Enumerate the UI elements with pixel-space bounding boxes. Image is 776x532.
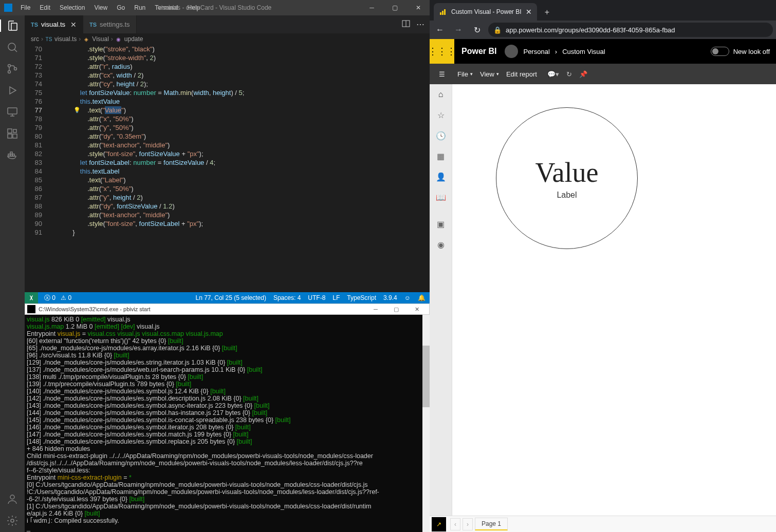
cursor-position[interactable]: Ln 77, Col 25 (5 selected) xyxy=(196,294,266,301)
menu-go[interactable]: Go xyxy=(113,2,129,13)
tab-close-icon[interactable]: ✕ xyxy=(70,21,77,29)
home-icon[interactable]: ⌂ xyxy=(436,89,446,100)
split-editor-icon[interactable] xyxy=(402,20,410,29)
breadcrumb-folder[interactable]: src xyxy=(31,35,39,43)
circle-card-visual[interactable]: Value Label xyxy=(496,107,638,249)
page-tab[interactable]: Page 1 xyxy=(475,518,508,530)
svg-rect-18 xyxy=(444,9,446,15)
powerbi-header: ⋮⋮⋮ Power BI Personal › Custom Visual Ne… xyxy=(430,39,776,64)
workspaces-icon[interactable]: ▣ xyxy=(436,219,446,229)
tab-close-icon[interactable]: ✕ xyxy=(526,8,532,16)
recent-icon[interactable]: 🕓 xyxy=(436,130,446,141)
report-name[interactable]: Custom Visual xyxy=(562,48,605,55)
nav-reload-button[interactable]: ↻ xyxy=(470,23,484,37)
breadcrumb-method[interactable]: update xyxy=(124,35,143,43)
chevron-right-icon: › xyxy=(111,35,113,43)
next-page-button[interactable]: › xyxy=(463,518,473,530)
code-editor[interactable]: 70 .style("stroke", "black")71 .style("s… xyxy=(25,45,430,292)
nav-back-button[interactable]: ← xyxy=(433,23,447,37)
language-mode[interactable]: TypeScript xyxy=(347,294,376,301)
editor-tab-settings-ts[interactable]: TSsettings.ts xyxy=(83,15,137,33)
svg-rect-7 xyxy=(13,134,17,138)
eol[interactable]: LF xyxy=(332,294,340,301)
status-bar: ⓧ 0 ⚠ 0 Ln 77, Col 25 (5 selected) Space… xyxy=(25,292,430,303)
refresh-icon[interactable]: ↻ xyxy=(566,70,572,78)
learn-icon[interactable]: 📖 xyxy=(436,192,446,202)
expand-nav-icon[interactable]: ↗ xyxy=(432,517,446,531)
encoding[interactable]: UTF-8 xyxy=(308,294,325,301)
cmd-close-button[interactable]: ✕ xyxy=(407,304,427,314)
menu-edit[interactable]: Edit xyxy=(35,2,54,13)
cmd-output[interactable]: visual.js 826 KiB 0 [emitted] visual.js … xyxy=(25,315,430,532)
page-navigator: ↗ ‹ › Page 1 xyxy=(430,516,776,532)
minimize-button[interactable]: ─ xyxy=(360,0,383,15)
prev-page-button[interactable]: ‹ xyxy=(450,518,460,530)
maximize-button[interactable]: ▢ xyxy=(383,0,407,15)
vscode-titlebar[interactable]: FileEditSelectionViewGoRunTerminalHelp v… xyxy=(0,0,430,15)
my-workspace-icon[interactable]: ◉ xyxy=(436,239,446,250)
breadcrumb[interactable]: src › TS visual.ts › ◈ Visual › ◉ update xyxy=(25,33,430,45)
accounts-icon[interactable] xyxy=(6,493,19,505)
breadcrumb-class[interactable]: Visual xyxy=(92,35,108,43)
cmd-scrollbar[interactable] xyxy=(422,315,430,532)
svg-rect-5 xyxy=(8,129,12,133)
notifications-icon[interactable]: 🔔 xyxy=(418,294,426,301)
svg-point-3 xyxy=(14,68,17,70)
nav-forward-button[interactable]: → xyxy=(451,23,466,37)
docker-icon[interactable] xyxy=(6,149,19,161)
visual-value-text: Value xyxy=(535,157,599,188)
menu-view[interactable]: View xyxy=(90,2,112,13)
chat-icon[interactable]: 💬▾ xyxy=(547,70,559,78)
extensions-icon[interactable] xyxy=(6,127,19,140)
report-canvas[interactable]: Value Label xyxy=(452,84,776,516)
workspace-avatar-icon[interactable] xyxy=(505,45,518,58)
run-debug-icon[interactable] xyxy=(6,84,19,97)
more-actions-icon[interactable]: ⋯ xyxy=(416,20,424,29)
typescript-version[interactable]: 3.9.4 xyxy=(383,294,397,301)
menu-run[interactable]: Run xyxy=(130,2,150,13)
indentation[interactable]: Spaces: 4 xyxy=(273,294,301,301)
workspace-name[interactable]: Personal xyxy=(523,48,549,55)
svg-rect-4 xyxy=(8,108,17,114)
vscode-logo-icon xyxy=(4,4,12,12)
source-control-icon[interactable] xyxy=(6,63,19,75)
lightbulb-icon[interactable]: 💡 xyxy=(73,106,81,115)
file-menu[interactable]: File ▾ xyxy=(457,70,473,78)
breadcrumb-file[interactable]: visual.ts xyxy=(54,35,77,43)
cmd-titlebar[interactable]: C:\Windows\System32\cmd.exe - pbiviz sta… xyxy=(25,303,430,315)
remote-explorer-icon[interactable] xyxy=(6,106,19,118)
new-look-toggle[interactable] xyxy=(711,47,729,56)
settings-gear-icon[interactable] xyxy=(6,515,19,527)
nav-hamburger-icon[interactable]: ☰ xyxy=(434,70,450,78)
app-launcher-icon[interactable]: ⋮⋮⋮ xyxy=(430,39,454,64)
menu-selection[interactable]: Selection xyxy=(56,2,89,13)
problems-errors[interactable]: ⓧ 0 xyxy=(44,294,56,302)
close-button[interactable]: ✕ xyxy=(407,0,430,15)
ts-file-icon: TS xyxy=(31,22,38,28)
powerbi-logo[interactable]: Power BI xyxy=(461,47,496,56)
browser-tab[interactable]: Custom Visual - Power BI ✕ xyxy=(434,3,537,21)
feedback-icon[interactable]: ☺ xyxy=(404,294,411,301)
favorites-icon[interactable]: ☆ xyxy=(436,110,446,120)
search-icon[interactable] xyxy=(6,41,19,53)
powerbi-favicon-icon xyxy=(439,8,447,16)
edit-report-button[interactable]: Edit report xyxy=(506,70,537,78)
cmd-maximize-button[interactable]: ▢ xyxy=(386,304,407,314)
chevron-right-icon: › xyxy=(555,48,557,55)
explorer-icon[interactable] xyxy=(0,20,25,32)
editor-tab-visual-ts[interactable]: TSvisual.ts✕ xyxy=(25,15,83,33)
cmd-scroll-thumb[interactable] xyxy=(422,346,430,407)
editor-tabs: TSvisual.ts✕TSsettings.ts ⋯ xyxy=(25,15,430,33)
address-bar[interactable]: 🔒 app.powerbi.com/groups/ed3090dd-683f-4… xyxy=(488,23,773,37)
cmd-minimize-button[interactable]: ─ xyxy=(365,304,386,314)
svg-point-0 xyxy=(8,43,15,50)
browser-tabstrip: Custom Visual - Power BI ✕ + xyxy=(430,0,776,21)
shared-icon[interactable]: 👤 xyxy=(436,172,446,182)
new-tab-button[interactable]: + xyxy=(540,5,555,20)
pin-icon[interactable]: 📌 xyxy=(579,70,587,78)
remote-indicator[interactable] xyxy=(25,292,38,303)
view-menu[interactable]: View ▾ xyxy=(480,70,499,78)
menu-file[interactable]: File xyxy=(16,2,34,13)
problems-warnings[interactable]: ⚠ 0 xyxy=(61,294,71,301)
apps-icon[interactable]: ▦ xyxy=(436,151,446,161)
